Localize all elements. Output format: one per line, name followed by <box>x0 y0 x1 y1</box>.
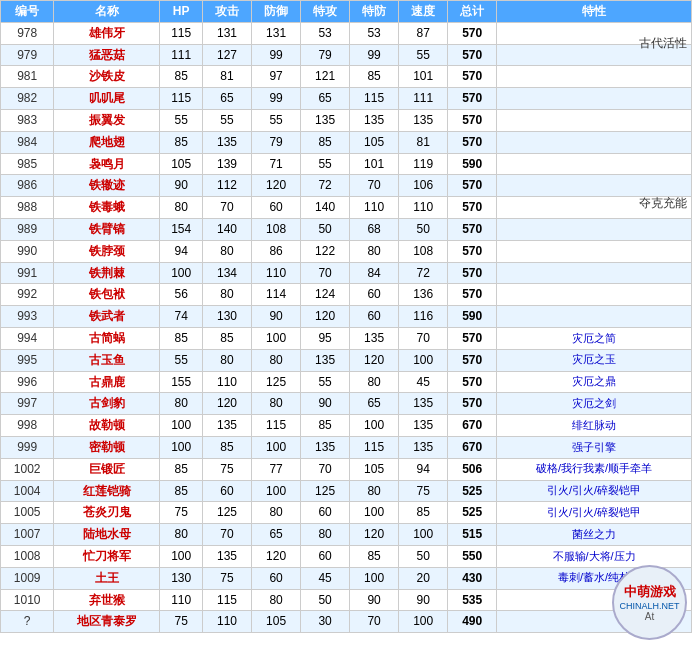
table-cell: 81 <box>399 131 448 153</box>
table-cell: 130 <box>160 567 203 589</box>
table-cell: 120 <box>301 306 350 328</box>
table-cell: 80 <box>160 393 203 415</box>
table-cell: 85 <box>301 131 350 153</box>
table-cell: 85 <box>203 436 252 458</box>
table-cell: 81 <box>203 66 252 88</box>
table-cell: 56 <box>160 284 203 306</box>
table-cell: 981 <box>1 66 54 88</box>
table-cell: 70 <box>350 611 399 633</box>
table-cell: 79 <box>301 44 350 66</box>
col-header-hp: HP <box>160 1 203 23</box>
table-cell: 986 <box>1 175 54 197</box>
table-cell: 55 <box>399 44 448 66</box>
table-cell: 135 <box>203 415 252 437</box>
table-cell: 80 <box>160 197 203 219</box>
table-cell: 134 <box>203 262 252 284</box>
table-cell: 铁辙迹 <box>54 175 160 197</box>
col-header-name: 名称 <box>54 1 160 23</box>
table-cell: 1010 <box>1 589 54 611</box>
table-cell: 997 <box>1 393 54 415</box>
table-cell: 陆地水母 <box>54 524 160 546</box>
table-cell: 155 <box>160 371 203 393</box>
table-cell: 85 <box>350 545 399 567</box>
table-cell: 84 <box>350 262 399 284</box>
table-cell: 136 <box>399 284 448 306</box>
table-cell: 87 <box>399 22 448 44</box>
col-header-spatk: 特攻 <box>301 1 350 23</box>
table-cell: 77 <box>252 458 301 480</box>
logo-at: At <box>645 611 654 622</box>
table-cell: 雄伟牙 <box>54 22 160 44</box>
table-cell: 670 <box>448 415 497 437</box>
table-cell: 570 <box>448 371 497 393</box>
table-cell: 570 <box>448 284 497 306</box>
table-cell: 135 <box>203 545 252 567</box>
table-cell: 490 <box>448 611 497 633</box>
table-cell: 130 <box>203 306 252 328</box>
table-cell: 110 <box>203 611 252 633</box>
table-cell: 60 <box>252 197 301 219</box>
table-cell: 100 <box>399 611 448 633</box>
table-cell: 铁臂镐 <box>54 218 160 240</box>
table-cell: 85 <box>160 458 203 480</box>
table-cell: 995 <box>1 349 54 371</box>
table-cell: 79 <box>252 131 301 153</box>
table-cell: 65 <box>350 393 399 415</box>
table-cell: 90 <box>350 589 399 611</box>
table-cell: 70 <box>301 458 350 480</box>
col-header-id: 编号 <box>1 1 54 23</box>
table-cell: 80 <box>350 371 399 393</box>
table-cell: 590 <box>448 153 497 175</box>
table-cell: 139 <box>203 153 252 175</box>
col-header-spdef: 特防 <box>350 1 399 23</box>
table-cell: 111 <box>160 44 203 66</box>
table-cell: 60 <box>203 480 252 502</box>
table-cell: 131 <box>252 22 301 44</box>
table-cell: 105 <box>350 131 399 153</box>
table-cell: 45 <box>399 371 448 393</box>
table-cell: 65 <box>252 524 301 546</box>
table-cell: 525 <box>448 480 497 502</box>
table-cell: 506 <box>448 458 497 480</box>
col-header-spd: 速度 <box>399 1 448 23</box>
table-cell: 120 <box>252 545 301 567</box>
table-cell: 570 <box>448 262 497 284</box>
table-cell: 90 <box>301 393 350 415</box>
col-header-def: 防御 <box>252 1 301 23</box>
table-cell: 100 <box>160 436 203 458</box>
table-cell: 570 <box>448 349 497 371</box>
side-panel: 古代活性 夺克充能 中萌游戏 CHINALH.NET At <box>582 0 692 650</box>
taunt-label: 夺克充能 <box>639 195 687 212</box>
table-cell: 535 <box>448 589 497 611</box>
table-cell: 猛恶菇 <box>54 44 160 66</box>
table-cell: 94 <box>160 240 203 262</box>
table-cell: 85 <box>399 502 448 524</box>
table-cell: 1008 <box>1 545 54 567</box>
table-cell: 1009 <box>1 567 54 589</box>
table-cell: 105 <box>160 153 203 175</box>
table-cell: 1002 <box>1 458 54 480</box>
table-cell: 124 <box>301 284 350 306</box>
table-cell: 101 <box>399 66 448 88</box>
table-cell: 115 <box>350 88 399 110</box>
table-cell: 85 <box>203 327 252 349</box>
table-cell: 101 <box>350 153 399 175</box>
table-cell: 106 <box>399 175 448 197</box>
table-cell: 72 <box>399 262 448 284</box>
table-cell: 119 <box>399 153 448 175</box>
table-cell: 1007 <box>1 524 54 546</box>
table-cell: 120 <box>350 349 399 371</box>
table-cell: 120 <box>350 524 399 546</box>
table-cell: 978 <box>1 22 54 44</box>
table-cell: 100 <box>350 415 399 437</box>
table-cell: 铁毒蛾 <box>54 197 160 219</box>
table-cell: 叽叽尾 <box>54 88 160 110</box>
table-cell: 110 <box>160 589 203 611</box>
table-cell: 570 <box>448 66 497 88</box>
table-cell: 114 <box>252 284 301 306</box>
table-cell: 爬地翅 <box>54 131 160 153</box>
table-cell: 90 <box>252 306 301 328</box>
table-cell: 72 <box>301 175 350 197</box>
table-cell: 75 <box>203 458 252 480</box>
table-cell: 100 <box>160 545 203 567</box>
